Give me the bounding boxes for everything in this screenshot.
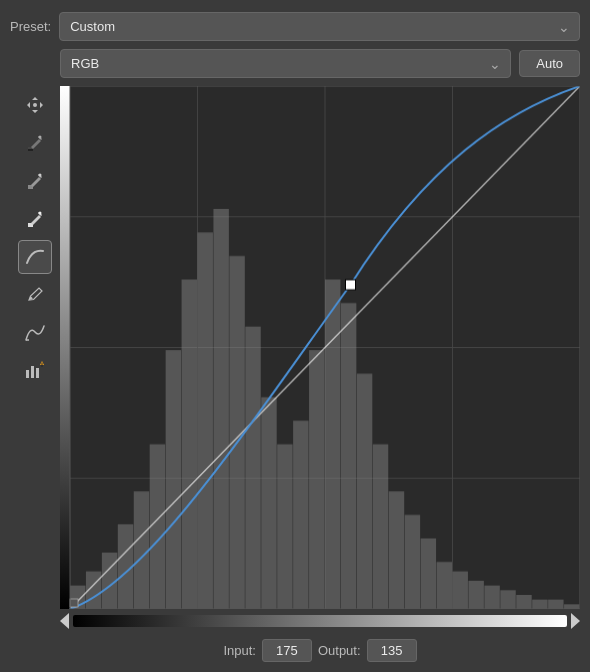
curve-area: Input: Output: [60, 86, 580, 666]
output-label: Output: [318, 643, 361, 658]
svg-rect-11 [36, 368, 39, 378]
curve-container[interactable] [60, 86, 580, 609]
output-value[interactable] [367, 639, 417, 662]
histogram-warning-icon [24, 360, 46, 382]
curves-panel: Preset: Custom Default Linear Medium Con… [0, 0, 590, 672]
input-label: Input: [223, 643, 256, 658]
eyedropper-white-icon [25, 209, 45, 229]
svg-point-13 [42, 366, 43, 367]
main-area: Input: Output: [10, 86, 580, 666]
eyedropper-gray-icon [25, 171, 45, 191]
channel-row: RGB Red Green Blue Auto [10, 49, 580, 78]
move-tool-button[interactable] [18, 88, 52, 122]
black-point-slider[interactable] [60, 613, 69, 629]
slider-row [60, 613, 580, 631]
channel-select-wrapper[interactable]: RGB Red Green Blue [60, 49, 511, 78]
pencil-icon [25, 285, 45, 305]
sample-gray-button[interactable] [18, 164, 52, 198]
svg-point-0 [33, 103, 37, 107]
curve-canvas[interactable] [60, 86, 580, 609]
smooth-curve-button[interactable] [18, 316, 52, 350]
sidebar [10, 86, 60, 666]
svg-rect-3 [28, 149, 33, 151]
preset-select-wrapper[interactable]: Custom Default Linear Medium Contrast St… [59, 12, 580, 41]
curve-icon [24, 246, 46, 268]
preset-label: Preset: [10, 19, 51, 34]
io-row: Input: Output: [60, 631, 580, 666]
svg-rect-9 [26, 370, 29, 378]
smooth-icon [24, 322, 46, 344]
svg-point-7 [39, 212, 42, 215]
sample-white-button[interactable] [18, 202, 52, 236]
preset-select[interactable]: Custom Default Linear Medium Contrast St… [59, 12, 580, 41]
auto-button[interactable]: Auto [519, 50, 580, 77]
svg-point-5 [39, 174, 42, 177]
histogram-warning-button[interactable] [18, 354, 52, 388]
sample-black-button[interactable] [18, 126, 52, 160]
channel-select[interactable]: RGB Red Green Blue [60, 49, 511, 78]
svg-point-2 [39, 136, 42, 139]
white-point-slider[interactable] [571, 613, 580, 629]
gradient-track [73, 615, 567, 627]
svg-rect-10 [31, 366, 34, 378]
curve-tool-button[interactable] [18, 240, 52, 274]
preset-row: Preset: Custom Default Linear Medium Con… [10, 12, 580, 41]
input-value[interactable] [262, 639, 312, 662]
eyedropper-black-icon [25, 133, 45, 153]
pencil-tool-button[interactable] [18, 278, 52, 312]
move-icon [25, 95, 45, 115]
